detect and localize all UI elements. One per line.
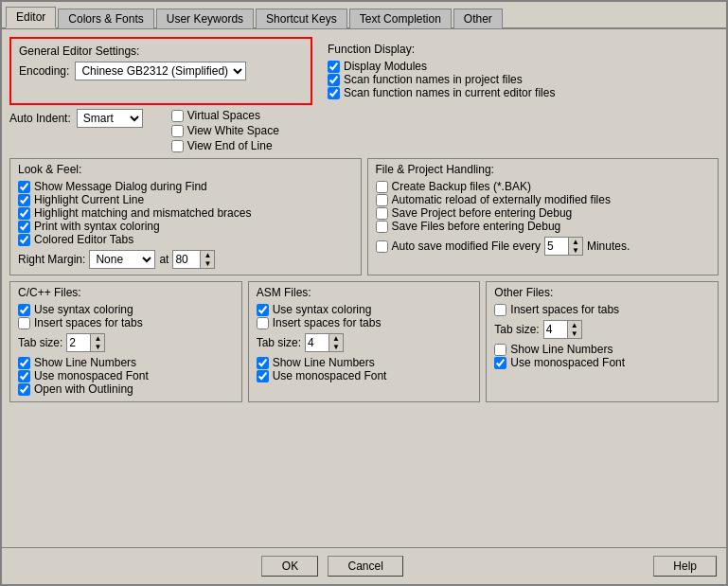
asm-monospaced-label: Use monospaced Font: [273, 369, 387, 382]
other-line-numbers-checkbox[interactable]: [494, 344, 506, 356]
auto-indent-select[interactable]: Smart None Block: [77, 109, 143, 128]
highlight-current-checkbox[interactable]: [18, 194, 30, 206]
show-message-checkbox[interactable]: [18, 181, 30, 193]
asm-tab-spin-up[interactable]: ▲: [329, 334, 343, 343]
view-white-space-item: View White Space: [171, 124, 279, 137]
cpp-line-numbers-label: Show Line Numbers: [34, 356, 136, 369]
scan-project-checkbox[interactable]: [328, 74, 340, 86]
auto-save-label: Auto save modified File every: [392, 240, 541, 253]
center-buttons: OK Cancel: [261, 556, 402, 577]
colored-tabs-checkbox[interactable]: [18, 234, 30, 246]
other-insert-spaces-item: Insert spaces for tabs: [494, 303, 710, 316]
show-message-label: Show Message Dialog during Find: [34, 180, 207, 193]
mid-row: Look & Feel: Show Message Dialog during …: [9, 158, 719, 275]
view-end-of-line-item: View End of Line: [171, 139, 279, 152]
highlight-braces-checkbox[interactable]: [18, 207, 30, 220]
auto-save-row: Auto save modified File every 5 ▲ ▼ Minu…: [376, 237, 711, 256]
cpp-tab-size-row: Tab size: 2 ▲ ▼: [18, 333, 234, 352]
create-backup-checkbox[interactable]: [376, 181, 388, 193]
print-syntax-checkbox[interactable]: [18, 221, 30, 233]
cpp-line-numbers-checkbox[interactable]: [18, 357, 30, 369]
display-modules-item: Display Modules: [328, 60, 719, 73]
file-project-title: File & Project Handling:: [376, 163, 711, 176]
save-before-debug-checkbox[interactable]: [376, 207, 388, 220]
function-display-label: Function Display:: [328, 43, 719, 56]
view-end-of-line-checkbox[interactable]: [171, 140, 184, 152]
scan-project-item: Scan function names in project files: [328, 73, 719, 86]
asm-tab-spin-down[interactable]: ▼: [329, 343, 343, 351]
other-tab-value[interactable]: 4: [544, 323, 567, 336]
cpp-tab-spin-buttons: ▲ ▼: [90, 334, 104, 351]
virtual-spaces-checkbox[interactable]: [171, 110, 184, 122]
tab-text-completion[interactable]: Text Completion: [349, 9, 452, 28]
auto-save-value[interactable]: 5: [545, 240, 568, 253]
auto-save-spin-down[interactable]: ▼: [569, 246, 582, 255]
auto-save-checkbox[interactable]: [376, 240, 388, 253]
asm-use-syntax-item: Use syntax coloring: [257, 303, 472, 316]
print-syntax-label: Print with syntax coloring: [34, 220, 160, 233]
tab-other[interactable]: Other: [453, 9, 503, 28]
at-spin-down[interactable]: ▼: [201, 259, 214, 268]
other-tab-size-label: Tab size:: [494, 323, 539, 336]
asm-tab-size-row: Tab size: 4 ▲ ▼: [257, 333, 472, 352]
help-button[interactable]: Help: [653, 556, 717, 577]
cpp-tab-value[interactable]: 2: [67, 336, 90, 349]
encoding-row: Encoding: Chinese GB2312 (Simplified) UT…: [19, 62, 303, 80]
auto-reload-checkbox[interactable]: [376, 194, 388, 206]
cpp-outlining-checkbox[interactable]: [18, 383, 30, 396]
colored-tabs-label: Colored Editor Tabs: [34, 233, 133, 246]
other-monospaced-item: Use monospaced Font: [494, 356, 710, 369]
other-monospaced-checkbox[interactable]: [494, 357, 506, 369]
asm-insert-spaces-checkbox[interactable]: [257, 317, 269, 329]
other-insert-spaces-checkbox[interactable]: [494, 304, 506, 316]
display-modules-checkbox[interactable]: [328, 61, 340, 73]
asm-tab-size-label: Tab size:: [257, 336, 301, 349]
view-white-space-label: View White Space: [187, 124, 279, 137]
cpp-tab-spin-up[interactable]: ▲: [91, 334, 104, 343]
save-files-debug-checkbox[interactable]: [376, 221, 388, 233]
asm-monospaced-checkbox[interactable]: [257, 370, 269, 382]
auto-reload-label: Automatic reload of externally modified …: [392, 193, 611, 206]
asm-line-numbers-item: Show Line Numbers: [257, 356, 472, 369]
encoding-select[interactable]: Chinese GB2312 (Simplified) UTF-8 ASCII …: [75, 62, 246, 80]
tab-colors-fonts[interactable]: Colors & Fonts: [58, 9, 153, 28]
scan-editor-checkbox[interactable]: [328, 87, 340, 99]
cpp-monospaced-checkbox[interactable]: [18, 370, 30, 382]
at-spin-up[interactable]: ▲: [201, 251, 214, 259]
cpp-use-syntax-checkbox[interactable]: [18, 304, 30, 316]
colored-tabs-item: Colored Editor Tabs: [18, 233, 353, 246]
tab-shortcut-keys[interactable]: Shortcut Keys: [256, 9, 347, 28]
button-bar: OK Cancel Help: [2, 547, 726, 584]
other-tab-spin-up[interactable]: ▲: [568, 321, 581, 329]
highlight-current-item: Highlight Current Line: [18, 193, 353, 206]
cpp-tab-spin-down[interactable]: ▼: [91, 343, 104, 351]
asm-use-syntax-checkbox[interactable]: [257, 304, 269, 316]
top-row: General Editor Settings: Encoding: Chine…: [9, 37, 719, 105]
cpp-outlining-item: Open with Outlining: [18, 382, 234, 396]
auto-save-spin-buttons: ▲ ▼: [568, 238, 582, 255]
ok-button[interactable]: OK: [261, 556, 318, 577]
cpp-insert-spaces-checkbox[interactable]: [18, 317, 30, 329]
right-margin-select[interactable]: None 80 100 120: [89, 250, 155, 269]
view-white-space-checkbox[interactable]: [171, 125, 184, 137]
auto-save-spin-up[interactable]: ▲: [569, 238, 582, 246]
other-line-numbers-item: Show Line Numbers: [494, 343, 710, 356]
tab-user-keywords[interactable]: User Keywords: [156, 9, 254, 28]
encoding-label: Encoding:: [19, 64, 69, 78]
asm-tab-value[interactable]: 4: [306, 336, 328, 349]
highlight-current-label: Highlight Current Line: [34, 193, 144, 206]
tab-editor[interactable]: Editor: [6, 7, 56, 28]
right-margin-row: Right Margin: None 80 100 120 at 80 ▲ ▼: [18, 250, 353, 269]
cancel-button[interactable]: Cancel: [328, 556, 402, 577]
show-message-item: Show Message Dialog during Find: [18, 180, 353, 193]
asm-line-numbers-checkbox[interactable]: [257, 357, 269, 369]
virtual-spaces-item: Virtual Spaces: [171, 109, 279, 122]
cpp-outlining-label: Open with Outlining: [34, 382, 133, 396]
other-tab-spin-down[interactable]: ▼: [568, 329, 581, 338]
general-editor-label: General Editor Settings:: [19, 44, 303, 58]
dialog: Editor Colors & Fonts User Keywords Shor…: [0, 0, 728, 586]
other-tab-size-row: Tab size: 4 ▲ ▼: [494, 320, 710, 339]
view-end-of-line-label: View End of Line: [187, 139, 273, 152]
at-value[interactable]: 80: [173, 253, 200, 266]
auto-save-unit: Minutes.: [587, 240, 630, 253]
